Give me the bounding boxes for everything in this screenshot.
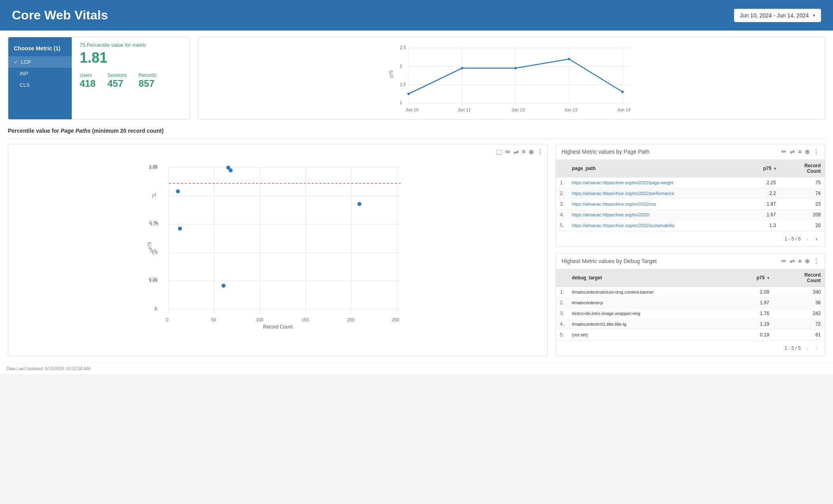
row-num: 3. bbox=[556, 199, 568, 210]
next-page-button[interactable]: › bbox=[814, 344, 819, 353]
path-cell: https://almanac.httparchive.org/en/2022/… bbox=[568, 188, 747, 199]
col-record-count[interactable]: RecordCount bbox=[773, 269, 825, 287]
row-num: 4. bbox=[556, 319, 568, 330]
date-range-label: Jun 10, 2024 - Jun 14, 2024 bbox=[740, 12, 809, 19]
count-cell: 23 bbox=[780, 199, 825, 210]
filter-icon[interactable]: ≡ bbox=[522, 148, 525, 156]
svg-text:p75: p75 bbox=[389, 71, 394, 78]
svg-point-52 bbox=[178, 227, 182, 231]
count-cell: 209 bbox=[780, 210, 825, 220]
sliders-icon[interactable]: ⇌ bbox=[790, 258, 795, 265]
stat-sessions: Sessions 457 bbox=[107, 73, 127, 89]
metric-chooser-title: Choose Metric (1) bbox=[8, 42, 72, 56]
p75-cell: 2.2 bbox=[747, 188, 780, 199]
page-path-pagination-label: 1 - 5 / 6 bbox=[785, 236, 801, 242]
svg-text:0.25: 0.25 bbox=[149, 277, 157, 282]
col-num bbox=[556, 160, 568, 178]
debug-pagination: 1 - 5 / 5 ‹ › bbox=[556, 340, 825, 356]
table-row: 3. https://almanac.httparchive.org/en/20… bbox=[556, 199, 825, 210]
debug-table-header: Highest Metric values by Debug Target ✏ … bbox=[556, 254, 825, 269]
table-row: 4. #maincontent>h1.title.title-lg 1.19 7… bbox=[556, 319, 825, 330]
p75-cell: 2.09 bbox=[735, 287, 773, 298]
svg-point-20 bbox=[461, 67, 463, 69]
p75-cell: 1.3 bbox=[747, 220, 780, 231]
row-num: 4. bbox=[556, 210, 568, 220]
pencil-icon[interactable]: ✏ bbox=[781, 258, 787, 265]
table-row: 3. #intro>div.intro-image-wrapper>img 1.… bbox=[556, 308, 825, 319]
count-cell: 20 bbox=[780, 220, 825, 231]
p75-cell: 1.76 bbox=[735, 308, 773, 319]
search-icon[interactable]: ⊕ bbox=[805, 258, 810, 265]
more-icon[interactable]: ⋮ bbox=[813, 258, 819, 265]
prev-page-button[interactable]: ‹ bbox=[804, 235, 810, 243]
filter-icon[interactable]: ≡ bbox=[798, 258, 802, 265]
search-icon[interactable]: ⊕ bbox=[529, 148, 534, 156]
svg-point-23 bbox=[621, 91, 624, 93]
scatter-panel: ⬚ ✏ ⇌ ≡ ⊕ ⋮ 2.25 2 1.75 1.5 1.25 1 p75 bbox=[8, 144, 548, 356]
table-row: 5. https://almanac.httparchive.org/en/20… bbox=[556, 220, 825, 231]
search-icon[interactable]: ⊕ bbox=[805, 148, 810, 155]
metric-values: 75 Percentile value for metric 1.81 User… bbox=[72, 37, 190, 119]
check-icon-inp bbox=[14, 71, 17, 76]
prev-page-button[interactable]: ‹ bbox=[804, 344, 810, 353]
page-path-pagination: 1 - 5 / 6 ‹ › bbox=[556, 231, 825, 246]
col-record-count[interactable]: RecordCount bbox=[780, 160, 825, 178]
select-box-icon[interactable]: ⬚ bbox=[496, 148, 502, 156]
target-cell: #maincontent>p bbox=[568, 298, 735, 308]
sliders-icon[interactable]: ⇌ bbox=[790, 148, 795, 155]
svg-text:Jun 11: Jun 11 bbox=[458, 107, 471, 112]
metric-cls-label: CLS bbox=[20, 82, 30, 88]
target-cell: #intro>div.intro-image-wrapper>img bbox=[568, 308, 735, 319]
svg-text:0: 0 bbox=[155, 306, 157, 311]
count-cell: 242 bbox=[773, 308, 825, 319]
debug-data-table: debug_target p75 ▾ RecordCount 1. #mainc… bbox=[556, 269, 825, 340]
records-value: 857 bbox=[139, 78, 157, 89]
more-icon[interactable]: ⋮ bbox=[537, 148, 543, 156]
svg-text:Jun 14: Jun 14 bbox=[617, 107, 630, 112]
metric-item-lcp[interactable]: ✓ LCP bbox=[8, 56, 72, 68]
next-page-button[interactable]: › bbox=[814, 235, 819, 243]
row-num: 5. bbox=[556, 330, 568, 340]
p75-cell: 1.87 bbox=[747, 199, 780, 210]
page-path-table-title: Highest Metric values by Page Path bbox=[562, 149, 650, 155]
stat-records: Records 857 bbox=[139, 73, 157, 89]
sliders-icon[interactable]: ⇌ bbox=[514, 148, 519, 156]
sessions-label: Sessions bbox=[107, 73, 127, 78]
col-p75[interactable]: p75 ▾ bbox=[735, 269, 773, 287]
percentile-label: 75 Percentile value for metric bbox=[80, 42, 182, 48]
sessions-value: 457 bbox=[107, 78, 127, 89]
page-title: Core Web Vitals bbox=[12, 8, 108, 23]
path-cell: https://almanac.httparchive.org/en/2022/… bbox=[568, 199, 747, 210]
p75-cell: 1.67 bbox=[747, 210, 780, 220]
svg-point-22 bbox=[568, 58, 570, 60]
col-num bbox=[556, 269, 568, 287]
pencil-icon[interactable]: ✏ bbox=[781, 148, 787, 155]
right-panels: Highest Metric values by Page Path ✏ ⇌ ≡… bbox=[556, 144, 825, 356]
row-num: 1. bbox=[556, 178, 568, 188]
check-icon: ✓ bbox=[14, 59, 18, 65]
p75-cell: 2.25 bbox=[747, 178, 780, 188]
pencil-icon[interactable]: ✏ bbox=[505, 148, 510, 156]
col-debug-target[interactable]: debug_target bbox=[568, 269, 735, 287]
svg-text:250: 250 bbox=[392, 317, 399, 322]
svg-text:1: 1 bbox=[400, 100, 402, 105]
table-row: 4. https://almanac.httparchive.org/en/20… bbox=[556, 210, 825, 220]
col-p75[interactable]: p75 ▾ bbox=[747, 160, 780, 178]
line-chart-svg: 2.5 2 1.5 1 p75 Jun 10 Jun 11 bbox=[205, 42, 818, 113]
records-label: Records bbox=[139, 73, 157, 78]
col-page-path[interactable]: page_path bbox=[568, 160, 747, 178]
page-header: Core Web Vitals Jun 10, 2024 - Jun 14, 2… bbox=[0, 0, 833, 31]
debug-pagination-label: 1 - 5 / 5 bbox=[785, 346, 801, 351]
filter-icon[interactable]: ≡ bbox=[798, 148, 802, 155]
svg-point-21 bbox=[514, 67, 517, 69]
svg-text:2: 2 bbox=[400, 64, 402, 69]
svg-point-56 bbox=[357, 202, 361, 206]
metric-item-inp[interactable]: INP bbox=[8, 68, 72, 79]
count-cell: 61 bbox=[773, 330, 825, 340]
metric-item-cls[interactable]: CLS bbox=[8, 79, 72, 91]
count-cell: 340 bbox=[773, 287, 825, 298]
table-row: 2. #maincontent>p 1.97 36 bbox=[556, 298, 825, 308]
date-range-selector[interactable]: Jun 10, 2024 - Jun 14, 2024 ▾ bbox=[734, 9, 821, 22]
more-icon[interactable]: ⋮ bbox=[813, 148, 819, 155]
svg-point-54 bbox=[229, 168, 233, 172]
